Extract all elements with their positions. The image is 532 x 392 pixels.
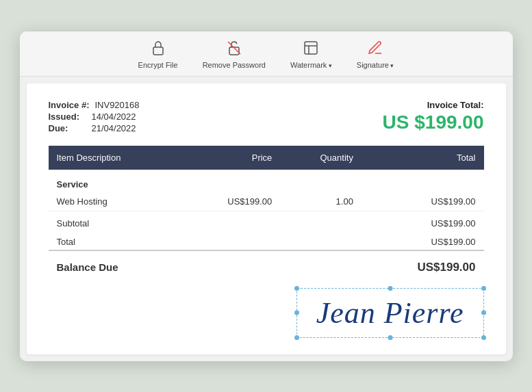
corner-handle-mr (481, 311, 486, 315)
due-label: Due: (49, 123, 86, 133)
toolbar: Encrypt File Remove Password Watermark (20, 31, 513, 77)
invoice-meta: Invoice #: INV920168 Issued: 14/04/2022 … (49, 100, 140, 133)
row-price: US$199.00 (181, 192, 281, 211)
corner-handle-tl (294, 286, 299, 291)
remove-password-label: Remove Password (203, 61, 266, 69)
signature-area: Jean Pierre (49, 288, 484, 338)
invoice-header: Invoice #: INV920168 Issued: 14/04/2022 … (49, 100, 484, 133)
app-window: Encrypt File Remove Password Watermark (20, 31, 513, 361)
signature-button[interactable]: Signature (344, 37, 407, 72)
invoice-number-value: INV920168 (94, 100, 139, 110)
row-quantity: 1.00 (280, 192, 362, 211)
subtotal-label: Subtotal (49, 211, 362, 233)
corner-handle-tr (481, 286, 486, 291)
content-area: Invoice #: INV920168 Issued: 14/04/2022 … (27, 83, 506, 354)
corner-handle-ml (294, 311, 299, 315)
col-total: Total (362, 146, 484, 170)
row-total: US$199.00 (362, 192, 484, 211)
issued-row: Issued: 14/04/2022 (49, 112, 140, 122)
watermark-label: Watermark (290, 61, 332, 69)
balance-due-value: US$199.00 (362, 250, 484, 281)
due-row: Due: 21/04/2022 (49, 123, 140, 133)
col-quantity: Quantity (280, 146, 362, 170)
invoice-total-block: Invoice Total: US $199.00 (383, 100, 484, 133)
invoice-total-label: Invoice Total: (383, 100, 484, 110)
total-value: US$199.00 (362, 233, 484, 250)
issued-label: Issued: (49, 112, 86, 122)
remove-password-button[interactable]: Remove Password (190, 37, 278, 72)
table-header-row: Item Description Price Quantity Total (49, 146, 484, 170)
watermark-button[interactable]: Watermark (278, 37, 344, 72)
balance-due-label: Balance Due (49, 250, 362, 281)
total-label: Total (49, 233, 362, 250)
row-description: Web Hosting (49, 192, 181, 211)
total-row: Total US$199.00 (49, 233, 484, 250)
due-value: 21/04/2022 (92, 123, 136, 133)
invoice-table: Item Description Price Quantity Total Se… (49, 146, 484, 281)
col-description: Item Description (49, 146, 181, 170)
table-header: Item Description Price Quantity Total (49, 146, 484, 170)
signature-text: Jean Pierre (316, 296, 464, 330)
svg-rect-0 (153, 47, 163, 55)
signature-label: Signature (357, 61, 394, 69)
issued-value: 14/04/2022 (92, 112, 136, 122)
corner-handle-bl (294, 335, 299, 340)
corner-handle-br (481, 335, 486, 340)
subtotal-value: US$199.00 (362, 211, 484, 233)
subtotal-row: Subtotal US$199.00 (49, 211, 484, 233)
encrypt-file-icon (150, 40, 166, 59)
table-body: Service Web Hosting US$199.00 1.00 US$19… (49, 170, 484, 281)
col-price: Price (181, 146, 281, 170)
invoice-number-label: Invoice #: (49, 100, 90, 110)
corner-handle-bm (388, 335, 392, 340)
section-title-row: Service (49, 170, 484, 192)
remove-password-icon (226, 40, 242, 59)
invoice-total-amount: US $199.00 (383, 112, 484, 133)
signature-box: Jean Pierre (296, 288, 484, 338)
invoice-number-row: Invoice #: INV920168 (49, 100, 140, 110)
watermark-icon (303, 40, 319, 59)
svg-rect-3 (305, 42, 317, 54)
encrypt-file-label: Encrypt File (138, 61, 178, 69)
balance-due-row: Balance Due US$199.00 (49, 250, 484, 281)
encrypt-file-button[interactable]: Encrypt File (126, 37, 190, 72)
corner-handle-tm (388, 286, 392, 291)
signature-icon (367, 40, 383, 59)
table-row: Web Hosting US$199.00 1.00 US$199.00 (49, 192, 484, 211)
section-title-cell: Service (49, 170, 484, 192)
